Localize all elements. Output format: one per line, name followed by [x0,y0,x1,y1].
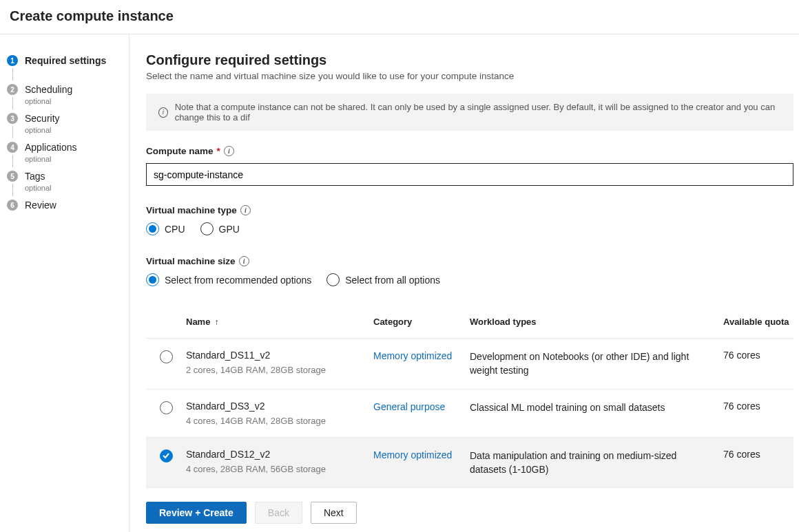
wizard-step-applications[interactable]: 4Applicationsoptional [7,142,129,169]
info-icon[interactable] [240,205,251,215]
radio-icon [146,273,159,286]
vm-workload: Data manipulation and training on medium… [470,449,715,477]
step-label: Tags [25,171,52,182]
step-label: Security [25,113,60,124]
step-optional-text: optional [25,155,77,163]
step-optional-text: optional [25,97,72,105]
wizard-footer: Review + Create Back Next [129,493,799,532]
th-category[interactable]: Category [373,317,470,327]
info-icon [158,107,168,118]
step-number-icon: 1 [7,55,18,66]
info-icon[interactable] [224,146,234,156]
vm-size-option-select-from-all-options[interactable]: Select from all options [326,273,440,286]
wizard-sidebar: 1Required settings2Schedulingoptional3Se… [0,34,129,532]
step-label: Review [25,200,56,211]
vm-name: Standard_DS11_v2 [186,350,365,361]
th-name[interactable]: Name ↑ [186,317,373,327]
vm-size-option-select-from-recommended-options[interactable]: Select from recommended options [146,273,311,286]
step-label: Required settings [25,55,106,66]
vm-spec: 4 cores, 14GB RAM, 28GB storage [186,416,365,426]
table-row[interactable]: Standard_D13_v2Memory optimizedData mani… [146,488,793,493]
th-name-text: Name [186,317,210,327]
vm-type-label-text: Virtual machine type [146,205,237,215]
info-banner: Note that a compute instance can not be … [146,94,793,131]
vm-quota: 76 cores [723,350,793,361]
table-header-row: Name ↑ Category Workload types Available… [146,307,793,339]
vm-workload: Classical ML model training on small dat… [470,401,715,414]
table-row[interactable]: Standard_DS11_v22 cores, 14GB RAM, 28GB … [146,339,793,390]
vm-spec: 2 cores, 14GB RAM, 28GB storage [186,365,365,375]
required-asterisk: * [217,146,220,156]
compute-name-input[interactable] [146,163,793,186]
vm-workload: Development on Notebooks (or other IDE) … [470,350,715,378]
step-number-icon: 3 [7,113,18,124]
radio-label: CPU [165,224,185,235]
step-optional-text: optional [25,184,52,192]
table-row[interactable]: Standard_DS3_v24 cores, 14GB RAM, 28GB s… [146,390,793,438]
vm-spec: 4 cores, 28GB RAM, 56GB storage [186,464,365,474]
table-row[interactable]: Standard_DS12_v24 cores, 28GB RAM, 56GB … [146,438,793,489]
review-create-button[interactable]: Review + Create [146,502,247,524]
wizard-step-security[interactable]: 3Securityoptional [7,113,129,140]
th-quota[interactable]: Available quota [723,317,793,327]
section-title: Configure required settings [146,52,799,68]
vm-quota: 76 cores [723,401,793,412]
wizard-step-required-settings[interactable]: 1Required settings [7,55,129,83]
radio-icon [200,222,214,235]
step-label: Scheduling [25,84,72,95]
step-number-icon: 4 [7,142,18,153]
radio-icon [326,273,340,286]
step-number-icon: 6 [7,200,18,211]
wizard-step-scheduling[interactable]: 2Schedulingoptional [7,84,129,111]
radio-icon[interactable] [160,401,173,414]
checkmark-icon[interactable] [160,449,173,462]
compute-name-label: Compute name * [146,146,799,156]
next-button[interactable]: Next [311,502,357,524]
vm-type-option-gpu[interactable]: GPU [200,222,240,235]
vm-size-label: Virtual machine size [146,256,799,266]
radio-icon [146,222,159,235]
radio-label: GPU [219,224,240,235]
radio-icon[interactable] [160,350,173,363]
info-banner-text: Note that a compute instance can not be … [175,102,781,123]
sort-ascending-icon: ↑ [214,317,218,327]
radio-label: Select from recommended options [165,275,311,286]
step-number-icon: 5 [7,171,18,182]
step-optional-text: optional [25,126,60,134]
info-icon[interactable] [239,256,249,266]
step-number-icon: 2 [7,84,18,95]
compute-name-label-text: Compute name [146,146,214,156]
vm-category-link[interactable]: General purpose [373,401,445,412]
vm-quota: 76 cores [723,449,793,460]
th-workload[interactable]: Workload types [470,317,723,327]
vm-size-label-text: Virtual machine size [146,256,236,266]
vm-category-link[interactable]: Memory optimized [373,449,452,460]
vm-type-label: Virtual machine type [146,205,799,215]
step-label: Applications [25,142,77,153]
vm-name: Standard_DS12_v2 [186,449,365,460]
radio-label: Select from all options [345,275,440,286]
page-title: Create compute instance [10,8,788,24]
vm-type-option-cpu[interactable]: CPU [146,222,185,235]
back-button: Back [255,502,302,524]
vm-size-table: Name ↑ Category Workload types Available… [146,307,793,493]
wizard-step-tags[interactable]: 5Tagsoptional [7,171,129,198]
vm-category-link[interactable]: Memory optimized [373,350,452,361]
wizard-step-review[interactable]: 6Review [7,200,129,211]
vm-name: Standard_DS3_v2 [186,401,365,412]
section-subtitle: Select the name and virtual machine size… [146,71,799,81]
